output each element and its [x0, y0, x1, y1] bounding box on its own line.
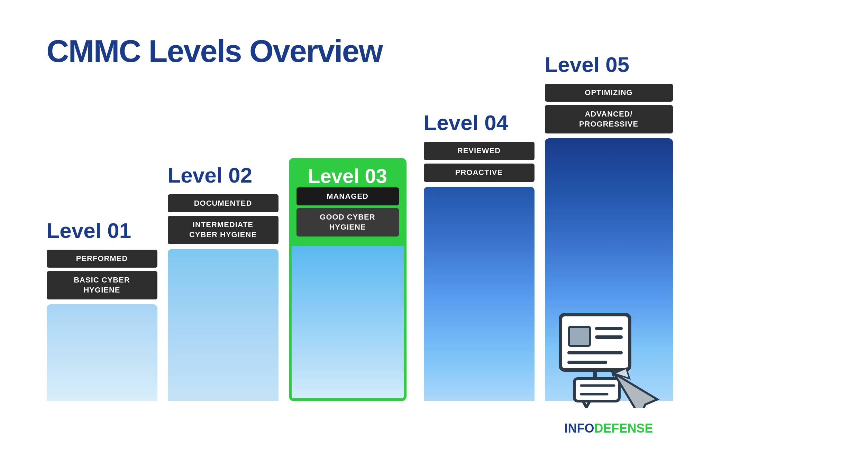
- document-icon-wrapper: [550, 311, 668, 408]
- level-03-badges: MANAGED GOOD CYBERHYGIENE: [292, 187, 404, 241]
- level-01-column: Level 01 PERFORMED BASIC CYBERHYGIENE: [47, 90, 157, 401]
- brand-label: INFODEFENSE: [564, 421, 653, 436]
- level-05-badge-2: ADVANCED/PROGRESSIVE: [545, 105, 673, 133]
- level-05-badges: OPTIMIZING ADVANCED/PROGRESSIVE: [545, 84, 673, 133]
- level-05-badge-1: OPTIMIZING: [545, 84, 673, 102]
- level-03-bar-wrapper: Level 03 MANAGED GOOD CYBERHYGIENE: [289, 158, 406, 401]
- level-03-badge-1: MANAGED: [296, 187, 399, 206]
- level-03: Level 03 MANAGED GOOD CYBERHYGIENE: [289, 158, 406, 401]
- level-04-column: Level 04 REVIEWED PROACTIVE: [424, 90, 534, 401]
- level-05-column: Level 05 OPTIMIZING ADVANCED/PROGRESSIVE: [545, 90, 676, 401]
- level-01: Level 01 PERFORMED BASIC CYBERHYGIENE: [47, 218, 157, 401]
- level-01-bar: [47, 304, 157, 401]
- level-01-badge-2: BASIC CYBERHYGIENE: [47, 271, 157, 299]
- level-01-badge-1: PERFORMED: [47, 250, 157, 268]
- svg-rect-7: [574, 379, 619, 401]
- svg-rect-1: [569, 327, 590, 346]
- level-03-badge-2: GOOD CYBERHYGIENE: [296, 208, 399, 236]
- level-05-title: Level 05: [545, 52, 630, 77]
- level-04: Level 04 REVIEWED PROACTIVE: [424, 110, 534, 401]
- level-04-badge-1: REVIEWED: [424, 142, 534, 160]
- level-02-badge-2: INTERMEDIATECYBER HYGIENE: [168, 216, 278, 244]
- level-02-badge-1: DOCUMENTED: [168, 194, 278, 213]
- brand-info: INFO: [564, 421, 594, 435]
- level-03-column: Level 03 MANAGED GOOD CYBERHYGIENE: [289, 90, 413, 401]
- level-04-bar: [424, 187, 534, 401]
- level-01-title: Level 01: [47, 218, 131, 243]
- level-02: Level 02 DOCUMENTED INTERMEDIATECYBER HY…: [168, 163, 278, 401]
- level-03-bar-top: Level 03 MANAGED GOOD CYBERHYGIENE: [292, 161, 404, 246]
- svg-marker-8: [583, 401, 590, 407]
- level-04-badge-2: PROACTIVE: [424, 164, 534, 182]
- level-05-bar-container: INFODEFENSE: [545, 138, 673, 401]
- level-01-badges: PERFORMED BASIC CYBERHYGIENE: [47, 250, 157, 299]
- level-02-badges: DOCUMENTED INTERMEDIATECYBER HYGIENE: [168, 194, 278, 244]
- level-02-bar: [168, 249, 278, 401]
- brand-defense: DEFENSE: [594, 421, 653, 435]
- level-03-title: Level 03: [292, 164, 404, 187]
- level-02-title: Level 02: [168, 163, 253, 187]
- level-03-bar-body: [292, 246, 404, 398]
- page-title: CMMC Levels Overview: [47, 34, 822, 69]
- document-pencil-icon: [550, 311, 668, 408]
- chart-area: Level 01 PERFORMED BASIC CYBERHYGIENE Le…: [47, 90, 822, 401]
- level-04-title: Level 04: [424, 110, 509, 135]
- level-04-badges: REVIEWED PROACTIVE: [424, 142, 534, 182]
- level-05: Level 05 OPTIMIZING ADVANCED/PROGRESSIVE: [545, 52, 673, 401]
- main-container: CMMC Levels Overview Level 01 PERFORMED …: [19, 20, 849, 435]
- level-02-column: Level 02 DOCUMENTED INTERMEDIATECYBER HY…: [168, 90, 278, 401]
